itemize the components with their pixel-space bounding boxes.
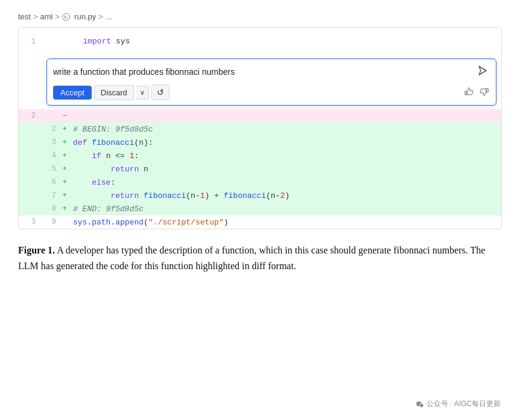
diff-code-end: # END: 9f5d8d5c bbox=[69, 205, 501, 214]
prompt-actions: Accept Discard ∨ ↺ bbox=[53, 84, 490, 100]
thumbup-button[interactable] bbox=[463, 86, 474, 99]
breadcrumb-dots[interactable]: ... bbox=[106, 12, 112, 21]
diff-line-removed-2: 2 − bbox=[19, 109, 501, 122]
diff-code-if: if n <= 1: bbox=[69, 151, 501, 161]
diff-line-added-if: 4 + if n <= 1: bbox=[19, 149, 501, 162]
diff-code-begin: # BEGIN: 9f5d8d5c bbox=[69, 125, 501, 134]
diff-linenum-r-ret2: 7 bbox=[42, 191, 60, 200]
breadcrumb-aml[interactable]: aml bbox=[40, 12, 53, 21]
line-code-1: import sys bbox=[42, 28, 501, 55]
svg-rect-2 bbox=[465, 91, 467, 95]
line-code-3: sys.path.append("./script/setup") bbox=[69, 218, 501, 227]
diff-marker-added-begin: + bbox=[60, 125, 69, 133]
diff-linenum-r-else: 6 bbox=[42, 178, 60, 186]
breadcrumb-runpy[interactable]: run.py bbox=[74, 12, 96, 21]
diff-code-def: def fibonacci(n): bbox=[69, 138, 501, 147]
breadcrumb-sep-2: > bbox=[55, 12, 60, 21]
send-button[interactable] bbox=[474, 64, 490, 80]
diff-num-9: 9 bbox=[42, 218, 60, 226]
line-3: 3 9 sys.path.append("./script/setup") bbox=[19, 215, 501, 229]
diff-linenum-left-2: 2 bbox=[19, 112, 42, 120]
svg-rect-3 bbox=[487, 88, 489, 92]
diff-code-ret1: return n bbox=[69, 165, 501, 174]
diff-linenum-r-end: 8 bbox=[42, 205, 60, 213]
prompt-left-actions: Accept Discard ∨ ↺ bbox=[53, 84, 170, 100]
refresh-icon: ↺ bbox=[157, 88, 164, 97]
diff-marker-added-ret2: + bbox=[60, 191, 69, 200]
diff-linenum-r-if: 4 bbox=[42, 151, 60, 160]
chevron-down-icon: ∨ bbox=[140, 89, 145, 96]
diff-line-added-return2: 7 + return fibonacci(n-1) + fibonacci(n-… bbox=[19, 189, 501, 202]
diff-linenum-r-ret1: 5 bbox=[42, 165, 60, 173]
prompt-input-row bbox=[53, 64, 490, 80]
refresh-button[interactable]: ↺ bbox=[151, 84, 170, 100]
diff-code-else: else: bbox=[69, 178, 501, 187]
breadcrumb-sep-1: > bbox=[33, 12, 38, 21]
watermark-text: 公众号 · AIGC每日更新 bbox=[426, 399, 501, 409]
line-1: 1 import sys bbox=[19, 28, 501, 55]
diff-linenum-r-begin: 2 bbox=[42, 125, 60, 133]
diff-line-added-def: 3 + def fibonacci(n): bbox=[19, 136, 501, 149]
diff-marker-removed: − bbox=[60, 112, 69, 120]
file-icon bbox=[62, 13, 72, 21]
diff-marker-added-ret1: + bbox=[60, 165, 69, 173]
accept-button[interactable]: Accept bbox=[53, 86, 92, 100]
figure-caption: Figure 1. A developer has typed the desc… bbox=[18, 243, 502, 273]
svg-marker-1 bbox=[479, 66, 486, 75]
line-num-1: 1 bbox=[19, 37, 42, 46]
prompt-right-actions bbox=[463, 86, 490, 99]
breadcrumb-test[interactable]: test bbox=[18, 12, 31, 21]
diff-line-added-return1: 5 + return n bbox=[19, 162, 501, 176]
diff-code-ret2: return fibonacci(n-1) + fibonacci(n-2) bbox=[69, 191, 501, 200]
breadcrumb: test > aml > run.py > ... bbox=[18, 12, 502, 21]
discard-chevron-button[interactable]: ∨ bbox=[136, 86, 149, 100]
editor-area: 1 import sys Accept Discard bbox=[18, 27, 502, 229]
diff-line-added-else: 6 + else: bbox=[19, 176, 501, 189]
diff-marker-added-def: + bbox=[60, 138, 69, 147]
line-num-3: 3 bbox=[19, 218, 42, 226]
diff-marker-added-if: + bbox=[60, 151, 69, 160]
thumbdown-button[interactable] bbox=[479, 86, 490, 99]
prompt-input[interactable] bbox=[53, 67, 469, 77]
watermark: 公众号 · AIGC每日更新 bbox=[416, 399, 501, 409]
prompt-popup: Accept Discard ∨ ↺ bbox=[46, 59, 496, 106]
diff-line-added-end: 8 + # END: 9f5d8d5c bbox=[19, 202, 501, 215]
diff-marker-added-end: + bbox=[60, 205, 69, 213]
figure-text: A developer has typed the description of… bbox=[18, 245, 485, 271]
diff-linenum-r-def: 3 bbox=[42, 138, 60, 147]
diff-line-added-begin: 2 + # BEGIN: 9f5d8d5c bbox=[19, 122, 501, 136]
breadcrumb-sep-3: > bbox=[98, 12, 103, 21]
figure-label: Figure 1. bbox=[18, 245, 55, 255]
discard-button[interactable]: Discard bbox=[94, 85, 134, 100]
diff-marker-added-else: + bbox=[60, 178, 69, 186]
